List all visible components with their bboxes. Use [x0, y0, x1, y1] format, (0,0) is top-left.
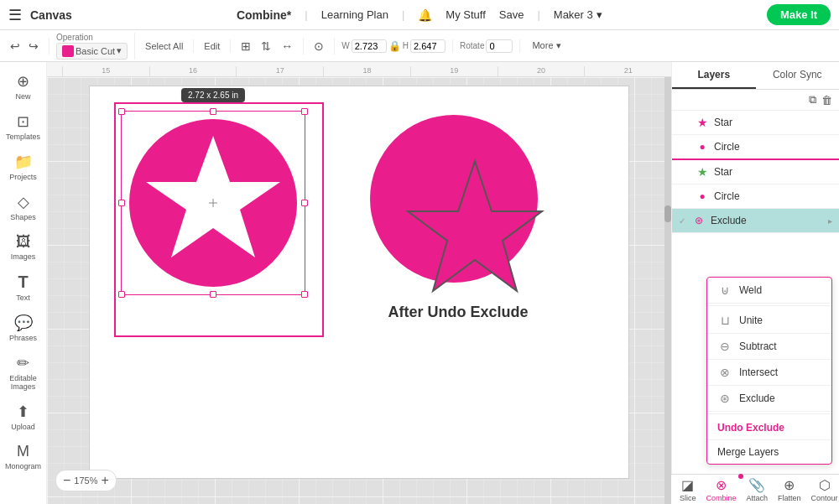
canvas-area[interactable]: 15 16 17 18 19 20 21 — [47, 62, 671, 504]
dropdown-item-exclude[interactable]: ⊛ Exclude — [707, 386, 831, 412]
handle-br[interactable] — [301, 291, 308, 298]
height-input[interactable] — [410, 39, 446, 53]
attach-tool[interactable]: 📎 Attach — [742, 475, 774, 504]
after-undo-label: After Undo Exclude — [357, 304, 559, 321]
lock-icon[interactable]: 🔒 — [388, 40, 401, 52]
dropdown-item-subtract[interactable]: ⊖ Subtract — [707, 334, 831, 360]
sidebar-item-images[interactable]: 🖼 Images — [3, 228, 44, 266]
combine-tool[interactable]: ⊗ Combine — [701, 475, 742, 504]
dropdown-item-merge-layers[interactable]: Merge Layers — [707, 440, 831, 464]
sidebar-item-text[interactable]: T Text — [3, 268, 44, 307]
handle-tl[interactable] — [118, 108, 125, 115]
handle-mr[interactable] — [301, 200, 308, 206]
dropdown-item-intersect[interactable]: ⊗ Intersect — [707, 360, 831, 386]
sidebar-item-shapes[interactable]: ◇ Shapes — [3, 188, 44, 226]
make-it-button[interactable]: Make It — [767, 4, 831, 25]
more-button[interactable]: More ▾ — [527, 39, 565, 53]
sidebar-item-editable-images[interactable]: ✏ Editable Images — [3, 349, 44, 396]
tab-color-sync[interactable]: Color Sync — [756, 62, 840, 89]
width-input[interactable] — [352, 39, 387, 53]
sidebar-item-phrases[interactable]: 💬 Phrases — [3, 309, 44, 347]
offset-icon[interactable]: ⊙ — [310, 38, 327, 55]
canvas-title: Canvas — [30, 8, 72, 22]
handle-ml[interactable] — [118, 200, 125, 206]
operation-chevron-icon: ▾ — [117, 45, 122, 56]
edit-button[interactable]: Edit — [201, 39, 223, 53]
slice-tool[interactable]: ◪ Slice — [675, 475, 701, 504]
maker-selector[interactable]: Maker 3 ▾ — [554, 8, 602, 21]
dropdown-label-intersect: Intersect — [739, 366, 778, 378]
dropdown-divider-2 — [707, 413, 831, 414]
editable-images-icon: ✏ — [17, 354, 29, 372]
sidebar-item-projects[interactable]: 📁 Projects — [3, 148, 44, 186]
undo-button[interactable]: ↩ — [7, 38, 23, 55]
learning-plan-link[interactable]: Learning Plan — [321, 8, 388, 21]
dropdown-label-unite: Unite — [739, 314, 763, 326]
layer-item-circle-top[interactable]: ● Circle — [672, 135, 839, 160]
expand-chevron-icon[interactable]: ✓ — [679, 216, 685, 226]
phrases-label: Phrases — [9, 334, 37, 342]
shapes-label: Shapes — [10, 213, 36, 221]
sidebar-item-upload[interactable]: ⬆ Upload — [3, 397, 44, 436]
bell-icon[interactable]: 🔔 — [418, 8, 432, 22]
save-link[interactable]: Save — [499, 8, 524, 21]
combine-dropdown-menu: ⊎ Weld ⊔ Unite ⊖ Subtract ⊗ Intersect ⊛ … — [706, 277, 832, 465]
combine-icon: ⊗ — [716, 477, 727, 493]
shape-left-container[interactable]: 2.72 x 2.65 in — [121, 111, 305, 295]
undo-exclude-label: Undo Exclude — [717, 422, 784, 434]
delete-layer-button[interactable]: 🗑 — [821, 93, 832, 107]
shapes-icon: ◇ — [18, 193, 29, 211]
align-group: ⊞ ⇅ ↔ — [237, 38, 304, 55]
dropdown-item-unite[interactable]: ⊔ Unite — [707, 308, 831, 334]
arrange-icon[interactable]: ⇅ — [258, 38, 274, 55]
shape-right-container[interactable] — [366, 111, 550, 295]
ruler-mark: 17 — [236, 66, 323, 76]
monogram-icon: M — [17, 443, 29, 460]
handle-tm[interactable] — [210, 108, 216, 115]
selection-box: 2.72 x 2.65 in — [121, 111, 305, 295]
dropdown-item-weld[interactable]: ⊎ Weld — [707, 278, 831, 304]
my-stuff-link[interactable]: My Stuff — [446, 8, 485, 21]
slice-label: Slice — [680, 494, 696, 502]
operation-group: Operation Basic Cut ▾ — [56, 33, 135, 60]
sep2: | — [402, 8, 404, 21]
canvas-grid[interactable]: 2.72 x 2.65 in — [47, 77, 671, 504]
layer-item-star-top[interactable]: ★ Star — [672, 111, 839, 135]
layer-item-exclude[interactable]: ✓ ⊛ Exclude ▸ — [672, 209, 839, 233]
zoom-value: 175% — [74, 475, 97, 486]
zoom-out-button[interactable]: − — [63, 473, 70, 488]
flatten-tool[interactable]: ⊕ Flatten — [773, 475, 806, 504]
subtract-icon: ⊖ — [717, 340, 732, 353]
sidebar-item-new[interactable]: ⊕ New — [3, 67, 44, 106]
attach-icon: 📎 — [748, 477, 765, 493]
handle-bl[interactable] — [118, 291, 125, 298]
contour-tool[interactable]: ⬡ Contour — [806, 475, 839, 504]
select-all-button[interactable]: Select All — [142, 39, 186, 53]
align-icon[interactable]: ⊞ — [237, 38, 254, 55]
dropdown-item-undo-exclude[interactable]: Undo Exclude — [707, 416, 831, 440]
top-navigation-bar: ☰ Canvas Combine* | Learning Plan | 🔔 My… — [0, 0, 839, 30]
exclude-chevron-icon[interactable]: ▸ — [828, 216, 832, 226]
rotate-input[interactable] — [486, 39, 513, 53]
handle-bm[interactable] — [210, 291, 216, 298]
ruler-mark: 20 — [498, 66, 585, 76]
tab-layers[interactable]: Layers — [672, 62, 756, 89]
sidebar-item-monogram[interactable]: M Monogram — [3, 438, 44, 475]
operation-select[interactable]: Basic Cut ▾ — [56, 43, 128, 60]
redo-button[interactable]: ↪ — [25, 38, 42, 55]
scrollbar-vertical[interactable] — [664, 77, 671, 504]
sidebar-item-templates[interactable]: ⊡ Templates — [3, 107, 44, 146]
flip-icon[interactable]: ↔ — [278, 38, 296, 55]
attach-label: Attach — [747, 494, 769, 502]
layers-toolbar: ⧉ 🗑 — [672, 90, 839, 111]
ruler-top: 15 16 17 18 19 20 21 — [47, 62, 671, 77]
layer-item-circle-mid[interactable]: ● Circle — [672, 184, 839, 209]
layer-item-star-mid[interactable]: ★ Star — [672, 160, 839, 184]
menu-icon[interactable]: ☰ — [8, 6, 22, 24]
handle-tr[interactable] — [301, 108, 308, 115]
zoom-in-button[interactable]: + — [101, 473, 108, 488]
dropdown-label-subtract: Subtract — [739, 340, 777, 352]
copy-layer-button[interactable]: ⧉ — [809, 93, 816, 107]
scrollbar-thumb-vertical[interactable] — [664, 205, 671, 222]
right-panel: Layers Color Sync ⧉ 🗑 ★ Star ● Circle — [671, 62, 839, 504]
